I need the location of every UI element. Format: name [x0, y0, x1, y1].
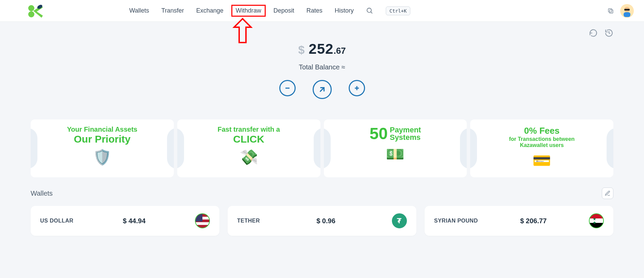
promo-card[interactable]: 0% Fees for Transactions between Kazawal…	[470, 119, 613, 177]
balance-major: 252	[309, 41, 333, 57]
wallets-title: Wallets	[31, 190, 53, 197]
withdraw-circle-button[interactable]	[279, 80, 296, 96]
promo-line: Payment	[390, 126, 421, 134]
app-logo[interactable]	[27, 4, 44, 18]
promo-line: 0% Fees	[524, 126, 560, 136]
flag-tether-icon: ₮	[392, 213, 407, 228]
wallet-amount: $ 44.94	[123, 217, 146, 225]
edit-wallets-button[interactable]	[602, 187, 613, 199]
nav-withdraw[interactable]: Withdraw	[231, 5, 266, 17]
promo-line: Our Priority	[74, 133, 131, 145]
promo-line: for Transactions between	[509, 136, 575, 142]
nav-exchange[interactable]: Exchange	[196, 7, 224, 14]
nav-rates[interactable]: Rates	[307, 7, 323, 14]
total-balance: $ 252.67 Total Balance ≈	[31, 41, 613, 99]
svg-point-3	[367, 8, 371, 12]
send-circle-button[interactable]	[313, 80, 332, 99]
nav-wallets[interactable]: Wallets	[129, 7, 149, 14]
promo-art-money-icon: 💵	[386, 145, 404, 163]
user-avatar[interactable]	[620, 4, 634, 18]
svg-rect-9	[624, 9, 630, 11]
wallet-amount: $ 0.96	[316, 217, 335, 225]
svg-rect-10	[624, 12, 630, 17]
wallet-name: US DOLLAR	[40, 218, 73, 224]
svg-line-4	[371, 12, 373, 13]
balance-minor: .67	[333, 46, 346, 56]
flag-syria-icon	[589, 213, 604, 228]
flag-us-icon	[195, 213, 210, 228]
promo-card[interactable]: 50 Payment Systems 💵	[324, 119, 467, 177]
search-icon[interactable]	[366, 7, 374, 15]
svg-point-0	[28, 5, 34, 11]
currency-symbol: $	[298, 43, 304, 56]
wallet-name: SYRIAN POUND	[434, 218, 478, 224]
promo-line: Systems	[390, 134, 421, 141]
promo-card[interactable]: Your Financial Assets Our Priority 🛡️	[31, 119, 174, 177]
wallet-name: TETHER	[237, 218, 260, 224]
svg-rect-5	[610, 10, 613, 13]
promo-line: Your Financial Assets	[67, 126, 137, 133]
promo-line: CLICK	[233, 133, 264, 145]
history-icon[interactable]	[605, 29, 613, 37]
copy-icon[interactable]	[607, 7, 614, 14]
main-nav: Wallets Transfer Exchange Withdraw Depos…	[129, 6, 410, 15]
promo-line: Kazawallet users	[520, 142, 564, 148]
wallet-card[interactable]: TETHER $ 0.96 ₮	[228, 206, 416, 236]
svg-rect-6	[608, 9, 612, 12]
nav-transfer[interactable]: Transfer	[161, 7, 184, 14]
promo-big-number: 50	[369, 126, 387, 142]
nav-deposit[interactable]: Deposit	[274, 7, 294, 14]
wallet-amount: $ 206.77	[520, 217, 547, 225]
promo-art-transfer-icon: 💸	[240, 148, 258, 166]
promo-card[interactable]: Fast transfer with a CLICK 💸	[177, 119, 320, 177]
refresh-icon[interactable]	[589, 29, 598, 37]
svg-point-1	[28, 11, 34, 17]
search-shortcut: Ctrl+K	[386, 6, 411, 15]
promo-art-pos-icon: 💳	[532, 152, 551, 169]
wallet-card[interactable]: US DOLLAR $ 44.94	[31, 206, 219, 236]
wallet-card[interactable]: SYRIAN POUND $ 206.77	[425, 206, 613, 236]
promo-art-shield-icon: 🛡️	[93, 148, 112, 166]
nav-history[interactable]: History	[335, 7, 354, 14]
promo-line: Fast transfer with a	[217, 126, 280, 133]
balance-label: Total Balance ≈	[31, 63, 613, 71]
deposit-circle-button[interactable]	[349, 80, 365, 96]
